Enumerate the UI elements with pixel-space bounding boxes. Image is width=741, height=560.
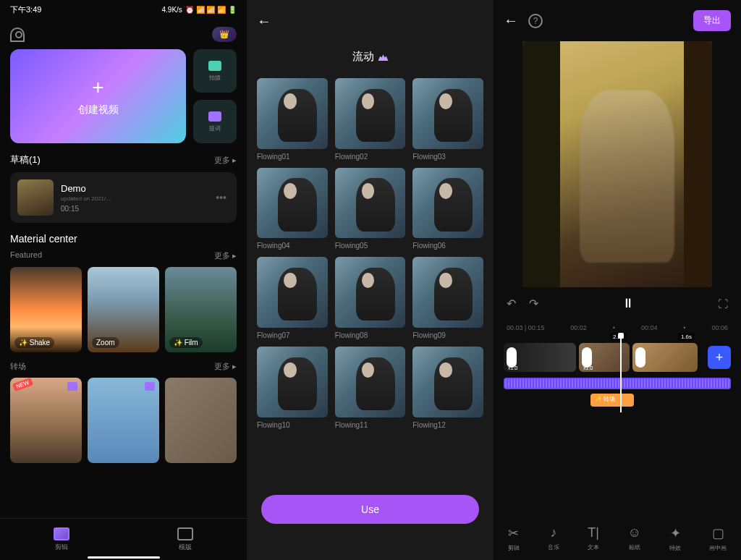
camera-button[interactable]: 拍摄 [193, 49, 237, 93]
flowing-item[interactable]: Flowing06 [412, 168, 483, 250]
add-clip-button[interactable]: + [708, 346, 731, 369]
vip-badge[interactable]: 👑 [212, 27, 237, 42]
video-preview[interactable] [522, 41, 712, 287]
flowing-thumb [257, 78, 328, 149]
transition-item[interactable] [88, 378, 159, 463]
create-label: 创建视频 [78, 103, 119, 116]
hero-row: + 创建视频 拍摄 提词 [0, 49, 247, 143]
material-center-title: Material center [0, 223, 247, 250]
featured-header: Featured 更多 ▸ [0, 250, 247, 267]
music-icon: ♪ [550, 525, 556, 540]
featured-more-link[interactable]: 更多 ▸ [214, 250, 237, 261]
flowing-thumb [335, 347, 406, 417]
tool-text[interactable]: T|文本 [588, 525, 599, 551]
audio-track[interactable] [504, 378, 731, 389]
featured-item-film[interactable]: ✨ Film [165, 267, 237, 352]
tool-pip[interactable]: ▢画中画 [709, 525, 727, 552]
home-panel: 下午3:49 4.9K/s ⏰ 📶 📶 📶 🔋 👑 + 创建视频 拍摄 提词 草… [0, 0, 247, 560]
flowing-item[interactable]: Flowing11 [335, 347, 406, 429]
flowing-item[interactable]: Flowing02 [335, 78, 406, 161]
back-arrow-icon[interactable]: ← [504, 12, 518, 29]
text-icon: T| [588, 525, 599, 540]
profile-icon[interactable] [10, 27, 25, 42]
flowing-item[interactable]: Flowing09 [412, 257, 483, 339]
video-clip[interactable]: 2.2s x1.0 [579, 343, 630, 372]
video-clip[interactable]: 1.6s [632, 343, 698, 372]
pip-icon: ▢ [712, 525, 724, 541]
tool-cut[interactable]: ✂剪辑 [508, 525, 520, 552]
clip-handle-icon[interactable] [635, 347, 645, 368]
flowing-thumb [412, 78, 483, 149]
plus-icon: + [92, 76, 103, 99]
nav-edit[interactable]: 剪辑 [54, 527, 69, 552]
status-time: 下午3:49 [10, 4, 41, 15]
fullscreen-icon[interactable]: ⛶ [718, 298, 728, 310]
video-track: x1.0 2.2s x1.0 1.6s + [504, 341, 731, 373]
drafts-title: 草稿(1) [10, 153, 41, 166]
flowing-item[interactable]: Flowing05 [335, 168, 406, 250]
sticker-icon: ☺ [627, 525, 640, 540]
use-button[interactable]: Use [261, 495, 479, 524]
export-button[interactable]: 导出 [693, 10, 731, 31]
playback-controls: ↶ ↷ ⏸ ⛶ [494, 287, 741, 320]
draft-info: Demo updated on 2021/... 00:15 [61, 183, 206, 213]
flowing-thumb [335, 257, 406, 328]
audio-waveform [505, 379, 729, 388]
flowing-item[interactable]: Flowing04 [257, 168, 328, 250]
redo-icon[interactable]: ↷ [529, 297, 538, 310]
draft-thumbnail [17, 179, 54, 216]
flowing-grid: Flowing01 Flowing02 Flowing03 Flowing04 … [247, 78, 494, 429]
featured-row: ✨ Shake Zoom ✨ Film [0, 267, 247, 352]
flowing-thumb [335, 168, 406, 239]
undo-icon[interactable]: ↶ [507, 297, 516, 310]
scissors-icon: ✂ [508, 525, 519, 541]
flowing-item[interactable]: Flowing01 [257, 78, 328, 161]
flowing-thumb [412, 257, 483, 328]
video-clip[interactable]: x1.0 [504, 343, 576, 372]
preview-content [580, 90, 674, 263]
status-bar: 下午3:49 4.9K/s ⏰ 📶 📶 📶 🔋 [0, 0, 247, 20]
flowing-thumb [335, 78, 406, 149]
help-icon[interactable]: ? [528, 14, 543, 28]
nav-template[interactable]: 模版 [177, 527, 193, 552]
transition-item[interactable]: NEW [10, 378, 82, 463]
playhead[interactable] [620, 336, 622, 412]
transitions-header: 转场 更多 ▸ [0, 361, 247, 378]
create-video-button[interactable]: + 创建视频 [10, 49, 186, 143]
fx-track[interactable]: ✨ 转场 [590, 394, 634, 407]
editor-panel: ← ? 导出 ↶ ↷ ⏸ ⛶ 00.03 | 00:15 00:02 • 00:… [494, 0, 741, 560]
flowing-item[interactable]: Flowing08 [335, 257, 406, 339]
flowing-thumb [257, 168, 328, 239]
effects-icon: ✦ [670, 525, 681, 541]
flowing-panel: ← 流动 Flowing01 Flowing02 Flowing03 Flowi… [247, 0, 494, 560]
draft-more-icon[interactable]: ••• [213, 189, 229, 206]
flowing-item[interactable]: Flowing10 [257, 347, 328, 429]
featured-item-shake[interactable]: ✨ Shake [10, 267, 82, 352]
tool-sticker[interactable]: ☺贴纸 [627, 525, 640, 551]
crown-icon [145, 382, 155, 391]
panel2-header: ← [247, 0, 494, 43]
flowing-item[interactable]: Flowing03 [412, 78, 483, 161]
drafts-header: 草稿(1) 更多 ▸ [0, 143, 247, 172]
flowing-thumb [257, 347, 328, 417]
bottom-nav: 剪辑 模版 [0, 518, 247, 560]
flowing-item[interactable]: Flowing12 [412, 347, 483, 429]
editor-toolbar: ✂剪辑 ♪音乐 T|文本 ☺贴纸 ✦特效 ▢画中画 [494, 517, 741, 560]
transition-item[interactable] [165, 378, 237, 463]
featured-item-zoom[interactable]: Zoom [88, 267, 159, 352]
flowing-item[interactable]: Flowing07 [257, 257, 328, 339]
tool-music[interactable]: ♪音乐 [548, 525, 559, 551]
flowing-thumb [412, 347, 483, 417]
clip-handle-icon[interactable] [582, 347, 592, 368]
draft-card[interactable]: Demo updated on 2021/... 00:15 ••• [10, 172, 237, 223]
flowing-title: 流动 [247, 43, 494, 78]
template-icon [177, 527, 193, 540]
pause-button[interactable]: ⏸ [622, 296, 635, 311]
tool-effects[interactable]: ✦特效 [669, 525, 681, 552]
clip-handle-icon[interactable] [507, 347, 517, 368]
transitions-more-link[interactable]: 更多 ▸ [214, 361, 237, 372]
teleprompter-button[interactable]: 提词 [193, 100, 237, 143]
back-arrow-icon[interactable]: ← [257, 13, 271, 30]
drafts-more-link[interactable]: 更多 ▸ [214, 155, 237, 166]
timeline[interactable]: x1.0 2.2s x1.0 1.6s + ✨ 转场 [494, 336, 741, 412]
